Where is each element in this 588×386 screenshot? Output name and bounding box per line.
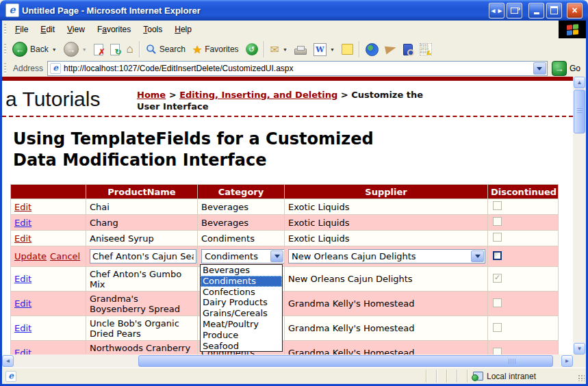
chevron-down-icon[interactable] <box>471 250 484 262</box>
zone-label: Local intranet <box>487 372 536 381</box>
favorites-button[interactable]: ★ Favorites <box>189 40 242 59</box>
category-option[interactable]: Beverages <box>201 265 282 276</box>
discontinued-cell <box>488 246 559 267</box>
scroll-right-button[interactable]: ► <box>561 355 573 367</box>
horizontal-scrollbar[interactable]: ◄ ► <box>2 355 573 368</box>
resize-grip[interactable] <box>576 370 586 383</box>
toolbar-grip-3[interactable] <box>4 63 6 74</box>
menu-view[interactable]: View <box>61 22 91 37</box>
stop-button[interactable]: ✗ <box>90 40 107 59</box>
menu-favorites[interactable]: Favorites <box>91 22 137 37</box>
toolbar-grip-2[interactable] <box>4 44 6 55</box>
horizontal-scroll-thumb[interactable] <box>138 355 553 367</box>
pop-out-icon <box>511 8 518 14</box>
edit-link[interactable]: Edit <box>14 348 31 355</box>
edit-link[interactable]: Edit <box>14 323 31 333</box>
action-cell: Edit <box>11 316 86 341</box>
forward-button[interactable]: → ▼ <box>60 40 90 59</box>
category-option[interactable]: Meat/Poultry <box>201 319 282 330</box>
close-button[interactable]: × <box>567 3 583 18</box>
minimize-icon <box>534 12 539 14</box>
menu-tools[interactable]: Tools <box>137 22 168 37</box>
category-select[interactable]: Condiments <box>201 249 285 263</box>
edit-with-word-button[interactable]: W ▼ <box>310 40 338 59</box>
address-url[interactable]: http://localhost:1027/Code/EditInsertDel… <box>64 64 294 73</box>
category-option[interactable]: Grains/Cereals <box>201 308 282 319</box>
chevron-down-glyph <box>274 255 280 261</box>
binary-lightning-icon: 010110100101ϟ <box>420 43 432 55</box>
minimize-button[interactable] <box>528 3 544 18</box>
edit-link[interactable]: Edit <box>14 202 31 212</box>
status-zone-pane: Local intranet <box>467 370 576 383</box>
edit-link[interactable]: Edit <box>14 274 31 284</box>
breadcrumb-section-link[interactable]: Editing, Inserting, and Deleting <box>179 90 337 100</box>
category-option[interactable]: Dairy Products <box>201 297 282 308</box>
status-pane-2 <box>436 370 446 383</box>
search-icon <box>146 44 157 55</box>
back-dropdown-icon[interactable]: ▼ <box>52 47 57 52</box>
category-option[interactable]: Produce <box>201 330 282 341</box>
category-option[interactable]: Seafood <box>201 341 282 352</box>
mail-button[interactable]: ✉ ▼ <box>267 40 291 59</box>
action-cell: Edit <box>11 267 86 292</box>
discontinued-checkbox[interactable] <box>493 251 502 260</box>
mail-dropdown-icon[interactable]: ▼ <box>283 47 287 52</box>
update-link[interactable]: Update <box>14 251 47 261</box>
breadcrumb-home-link[interactable]: Home <box>137 90 166 100</box>
address-field[interactable]: e http://localhost:1027/Code/EditInsertD… <box>47 61 548 76</box>
address-dropdown-button[interactable] <box>533 62 546 75</box>
refresh-button[interactable]: ↻ <box>107 40 123 59</box>
menu-edit[interactable]: Edit <box>34 22 61 37</box>
menu-bar: FileEditViewFavoritesToolsHelp <box>2 21 586 39</box>
product-cell: Northwoods Cranberry Sauce <box>86 341 198 355</box>
vertical-scrollbar[interactable]: ▲ ▼ <box>573 77 586 355</box>
scroll-up-button[interactable]: ▲ <box>574 77 585 88</box>
addon-research-button[interactable] <box>400 40 416 59</box>
go-button[interactable]: → Go <box>552 61 580 76</box>
toolbar-grip[interactable] <box>4 24 6 35</box>
edit-link[interactable]: Edit <box>14 233 31 244</box>
discontinued-cell <box>488 199 559 215</box>
ie-app-icon: e <box>5 3 19 17</box>
table-row: EditAniseed SyrupCondimentsExotic Liquid… <box>11 231 559 246</box>
scroll-down-button[interactable]: ▼ <box>574 343 585 355</box>
forward-dropdown-icon[interactable]: ▼ <box>82 47 87 52</box>
forward-icon: → <box>64 42 79 57</box>
address-label: Address <box>13 64 43 73</box>
product-cell: Chef Anton's Gumbo Mix <box>86 267 198 292</box>
history-button[interactable]: ↺ <box>242 40 261 59</box>
edit-link[interactable]: Edit <box>14 298 31 309</box>
chevron-down-glyph <box>475 255 481 261</box>
pan-arrows-button[interactable]: ◄► <box>489 3 504 18</box>
menu-help[interactable]: Help <box>168 22 198 37</box>
scroll-left-button[interactable]: ◄ <box>2 355 14 367</box>
status-pane-3 <box>446 370 457 383</box>
cancel-link[interactable]: Cancel <box>50 251 80 261</box>
category-option[interactable]: Confections <box>201 287 282 298</box>
addon-globe-button[interactable] <box>362 40 382 59</box>
edit-link[interactable]: Edit <box>14 218 31 228</box>
edit-dropdown-icon[interactable]: ▼ <box>330 47 335 52</box>
addon-messenger-button[interactable]: 010110100101ϟ <box>416 40 435 59</box>
products-gridview: ProductNameCategorySupplierDiscontinued … <box>10 184 559 355</box>
product-cell: Chai <box>86 199 198 215</box>
table-row: EditChef Anton's Gumbo MixNew Orleans Ca… <box>11 267 559 292</box>
supplier-select[interactable]: New Orleans Cajun Delights <box>288 249 485 263</box>
print-button[interactable] <box>291 40 310 59</box>
toolbar-separator-3 <box>359 41 360 57</box>
discuss-button[interactable] <box>338 40 357 59</box>
column-header-ProductName: ProductName <box>86 185 198 199</box>
menu-file[interactable]: File <box>9 22 34 37</box>
discontinued-cell <box>488 267 559 292</box>
back-button[interactable]: ← Back ▼ <box>9 40 60 59</box>
search-button[interactable]: Search <box>142 40 189 59</box>
category-option[interactable]: Condiments <box>201 276 282 287</box>
action-cell: Edit <box>11 292 86 316</box>
vertical-scroll-thumb[interactable] <box>574 90 585 133</box>
product-name-input[interactable] <box>90 249 196 263</box>
chevron-down-icon[interactable] <box>270 250 283 262</box>
home-button[interactable]: ⌂ <box>123 40 137 59</box>
pop-out-button[interactable] <box>507 3 522 18</box>
maximize-button[interactable] <box>546 3 562 18</box>
addon-send-button[interactable] <box>382 40 400 59</box>
